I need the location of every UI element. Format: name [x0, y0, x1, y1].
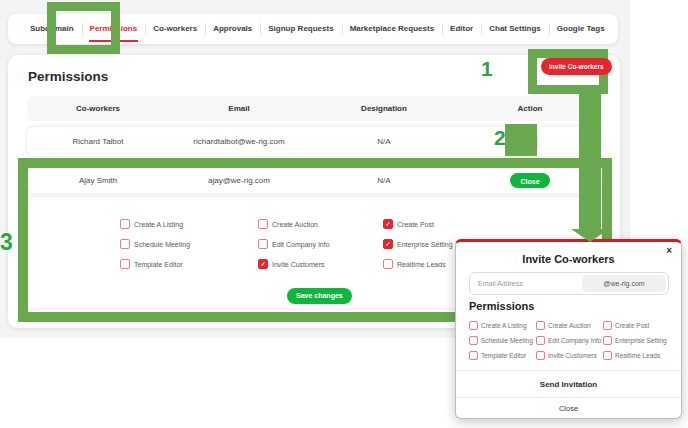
permission-checkbox[interactable] — [536, 336, 545, 345]
modal-close-button[interactable]: Close — [456, 398, 681, 418]
permission-template-editor[interactable]: Template Editor — [469, 351, 536, 360]
permission-label: Create A Listing — [134, 221, 183, 228]
tab-signup-requests[interactable]: Signup Requests — [260, 14, 341, 44]
permission-schedule-meeting[interactable]: Schedule Meeting — [120, 239, 258, 249]
email-input-group: @we-rig.com — [469, 272, 669, 295]
permission-create-post[interactable]: Create Post — [383, 219, 513, 229]
permission-checkbox[interactable] — [469, 321, 478, 330]
permission-label: Template Editor — [134, 261, 183, 268]
permission-checkbox[interactable] — [383, 219, 393, 229]
tab-chat-settings[interactable]: Chat Settings — [481, 14, 549, 44]
tab-subdomain[interactable]: Subdomain — [22, 14, 82, 44]
invite-coworkers-modal: × Invite Co-workers @we-rig.com Permissi… — [455, 239, 682, 419]
permission-label: Create Post — [397, 221, 434, 228]
column-header-email: Email — [169, 104, 309, 113]
permission-label: Enterprise Setting — [397, 241, 453, 248]
modal-permissions-title: Permissions — [469, 300, 534, 312]
permission-enterprise-setting[interactable]: Enterprise Setting — [603, 336, 671, 345]
column-header-coworkers: Co-workers — [27, 104, 169, 113]
permission-checkbox[interactable] — [120, 219, 130, 229]
permission-checkbox[interactable] — [603, 336, 612, 345]
permission-label: Edit Company Info — [272, 241, 330, 248]
coworker-email: richardtalbot@we-rig.com — [169, 137, 309, 146]
table-row: Ajay Smith ajay@we-rig.com N/A Close — [27, 167, 601, 193]
coworker-email: ajay@we-rig.com — [169, 176, 309, 185]
permission-checkbox[interactable] — [536, 351, 545, 360]
permission-create-auction[interactable]: Create Auction — [536, 321, 603, 330]
permission-label: Edit Company Info — [548, 337, 601, 344]
modal-title: Invite Co-workers — [456, 253, 681, 265]
tab-co-workers[interactable]: Co-workers — [145, 14, 205, 44]
permission-create-a-listing[interactable]: Create A Listing — [120, 219, 258, 229]
permission-realtime-leads[interactable]: Realtime Leads — [603, 351, 671, 360]
permission-checkbox[interactable] — [469, 336, 478, 345]
permission-checkbox[interactable] — [469, 351, 478, 360]
permission-checkbox[interactable] — [258, 219, 268, 229]
close-row-button[interactable]: Close — [510, 173, 550, 188]
permission-label: Invite Customers — [548, 352, 597, 359]
permission-label: Create Auction — [548, 322, 591, 329]
permission-label: Enterprise Setting — [615, 337, 667, 344]
permission-label: Template Editor — [481, 352, 526, 359]
permission-schedule-meeting[interactable]: Schedule Meeting — [469, 336, 536, 345]
coworker-name: Ajay Smith — [27, 176, 169, 185]
tab-permissions[interactable]: Permissions — [82, 14, 146, 44]
permission-create-auction[interactable]: Create Auction — [258, 219, 383, 229]
permission-label: Invite Customers — [272, 261, 325, 268]
tab-google-tags[interactable]: Google Tags — [549, 14, 613, 44]
permission-label: Create A Listing — [481, 322, 527, 329]
permission-template-editor[interactable]: Template Editor — [120, 259, 258, 269]
permission-label: Realtime Leads — [397, 261, 446, 268]
edit-permissions-button[interactable] — [522, 134, 538, 150]
tab-editor[interactable]: Editor — [442, 14, 481, 44]
invite-coworkers-button[interactable]: Invite Co-workers — [541, 58, 612, 75]
permission-checkbox[interactable] — [603, 321, 612, 330]
coworker-designation: N/A — [309, 137, 459, 146]
permission-create-a-listing[interactable]: Create A Listing — [469, 321, 536, 330]
permission-edit-company-info[interactable]: Edit Company Info — [536, 336, 603, 345]
email-field[interactable] — [470, 273, 580, 294]
permission-checkbox[interactable] — [536, 321, 545, 330]
save-changes-button[interactable]: Save changes — [287, 288, 352, 304]
permission-checkbox[interactable] — [603, 351, 612, 360]
permission-label: Create Auction — [272, 221, 318, 228]
permission-edit-company-info[interactable]: Edit Company Info — [258, 239, 383, 249]
top-tab-bar: Subdomain Permissions Co-workers Approva… — [8, 14, 618, 44]
permission-create-post[interactable]: Create Post — [603, 321, 671, 330]
column-header-action: Action — [459, 104, 601, 113]
permission-label: Schedule Meeting — [134, 241, 190, 248]
tab-approvals[interactable]: Approvals — [205, 14, 260, 44]
permission-label: Create Post — [615, 322, 649, 329]
table-row: Richard Talbot richardtalbot@we-rig.com … — [27, 127, 601, 156]
permission-checkbox[interactable] — [258, 239, 268, 249]
close-icon[interactable]: × — [666, 246, 672, 256]
edit-icon — [526, 137, 535, 146]
permission-checkbox[interactable] — [120, 239, 130, 249]
page-title: Permissions — [28, 69, 108, 84]
column-header-designation: Designation — [309, 104, 459, 113]
tab-marketplace-requests[interactable]: Marketplace Requests — [342, 14, 442, 44]
permission-checkbox[interactable] — [258, 259, 268, 269]
email-domain-suffix: @we-rig.com — [582, 275, 666, 292]
permission-checkbox[interactable] — [383, 239, 393, 249]
permission-checkbox[interactable] — [120, 259, 130, 269]
permission-label: Schedule Meeting — [481, 337, 533, 344]
table-header: Co-workers Email Designation Action — [27, 96, 601, 121]
send-invitation-button[interactable]: Send Invitation — [456, 371, 681, 397]
coworker-name: Richard Talbot — [27, 137, 169, 146]
permission-invite-customers[interactable]: Invite Customers — [536, 351, 603, 360]
permission-label: Realtime Leads — [615, 352, 660, 359]
coworker-designation: N/A — [309, 176, 459, 185]
permission-checkbox[interactable] — [383, 259, 393, 269]
modal-permission-list: Create A Listing Create Auction Create P… — [469, 318, 671, 363]
permission-invite-customers[interactable]: Invite Customers — [258, 259, 383, 269]
